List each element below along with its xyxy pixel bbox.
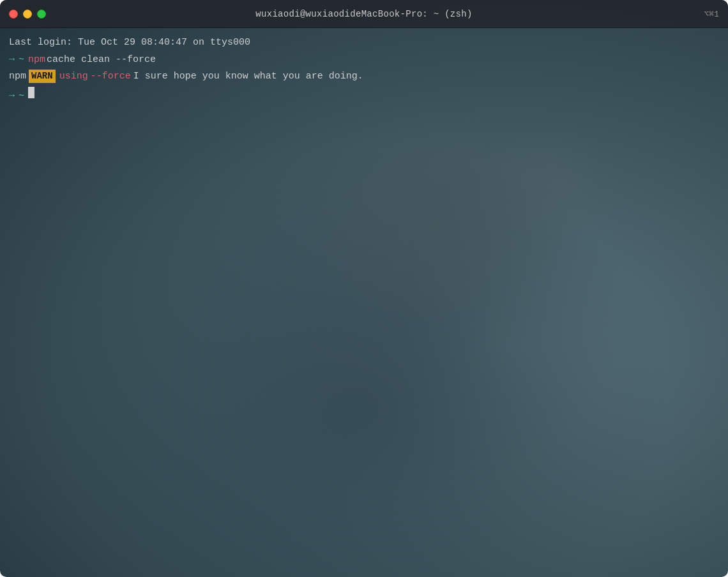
npm-label-1: npm <box>28 53 45 68</box>
login-line: Last login: Tue Oct 29 08:40:47 on ttys0… <box>9 36 719 50</box>
prompt-arrow-2: → <box>9 89 15 104</box>
command-text-1: cache clean --force <box>47 53 156 68</box>
cursor-line: → ~ <box>9 87 719 104</box>
maximize-button[interactable] <box>37 10 46 19</box>
terminal-body[interactable]: Last login: Tue Oct 29 08:40:47 on ttys0… <box>0 28 728 577</box>
cursor-block <box>28 87 34 98</box>
terminal-window: wuxiaodi@wuxiaodideMacBook-Pro: ~ (zsh) … <box>0 0 728 577</box>
warn-message: I sure hope you know what you are doing. <box>133 70 363 84</box>
prompt-tilde-2: ~ <box>19 89 24 104</box>
prompt-tilde-1: ~ <box>19 53 24 68</box>
traffic-lights <box>9 10 46 19</box>
title-bar: wuxiaodi@wuxiaodideMacBook-Pro: ~ (zsh) … <box>0 0 728 28</box>
window-title: wuxiaodi@wuxiaodideMacBook-Pro: ~ (zsh) <box>255 9 472 19</box>
keyboard-shortcut: ⌥⌘1 <box>704 9 719 19</box>
command-line-1: → ~ npm cache clean --force <box>9 53 719 68</box>
warn-using: using <box>59 70 88 84</box>
close-button[interactable] <box>9 10 18 19</box>
prompt-arrow-1: → <box>9 53 15 68</box>
npm-warn-prefix: npm <box>9 70 26 84</box>
warn-force: --force <box>91 70 131 84</box>
warn-line: npm WARN using --force I sure hope you k… <box>9 70 719 84</box>
warn-badge: WARN <box>29 70 56 83</box>
minimize-button[interactable] <box>23 10 32 19</box>
